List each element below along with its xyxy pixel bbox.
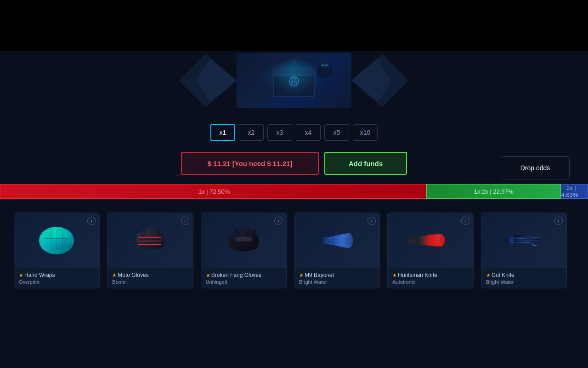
item-info-icon-0[interactable]: i <box>87 217 96 225</box>
item-card-4: i <box>387 213 473 288</box>
svg-rect-36 <box>252 230 256 239</box>
svg-rect-27 <box>147 228 151 238</box>
svg-point-38 <box>237 238 240 241</box>
item-name-area-5: ★Gut Knife Bright Water <box>481 268 566 288</box>
qty-btn-x3[interactable]: x3 <box>267 124 292 141</box>
prob-bar-green: 1x:2x | 22.97% <box>426 184 561 199</box>
action-row-wrapper: $ 11.21 [You need $ 11.21] Add funds Dro… <box>0 152 588 184</box>
svg-rect-35 <box>246 228 251 238</box>
svg-rect-19 <box>53 228 58 238</box>
item-visual-0 <box>35 224 79 257</box>
item-subname-2: Unhinged <box>206 279 282 285</box>
item-subname-1: Boom! <box>112 279 188 285</box>
item-card-5: i <box>481 213 567 288</box>
hero-glow <box>271 58 317 94</box>
svg-rect-11 <box>322 64 324 66</box>
svg-rect-55 <box>503 239 509 242</box>
item-name-2: ★Broken Fang Gloves <box>206 272 282 279</box>
item-star-0: ★ <box>19 272 23 278</box>
prob-bar-blue-label: + 2x | 4.63% <box>561 184 588 198</box>
item-name-1: ★Moto Gloves <box>112 272 188 279</box>
svg-rect-34 <box>240 227 245 238</box>
quantity-selector: x1 x2 x3 x4 x5 x10 <box>210 124 378 141</box>
hero-container <box>0 51 588 110</box>
item-star-3: ★ <box>299 272 304 278</box>
item-name-area-2: ★Broken Fang Gloves Unhinged <box>201 268 286 288</box>
item-subname-0: Overprint <box>19 279 95 285</box>
prob-bar-red: -1x | 72.50% <box>0 184 426 199</box>
item-star-1: ★ <box>112 272 117 278</box>
item-card-2: i <box>201 213 287 288</box>
item-info-icon-3[interactable]: i <box>368 217 376 225</box>
drop-odds-button[interactable]: Drop odds <box>501 156 570 179</box>
item-card-1: i <box>107 213 193 288</box>
top-black-bar <box>0 0 588 51</box>
item-name-0: ★Hand Wraps <box>19 272 95 279</box>
item-visual-1 <box>128 224 172 257</box>
prob-bar-red-label: -1x | 72.50% <box>197 188 230 195</box>
item-subname-4: Autotronic <box>392 279 468 285</box>
add-funds-button[interactable]: Add funds <box>324 152 407 175</box>
item-card-3: i <box>294 213 380 288</box>
qty-btn-x1[interactable]: x1 <box>210 124 235 141</box>
qty-btn-x2[interactable]: x2 <box>239 124 264 141</box>
probability-bar: -1x | 72.50% 1x:2x | 22.97% + 2x | 4.63% <box>0 184 588 199</box>
item-name-4: ★Huntsman Knife <box>392 272 468 279</box>
items-grid: i <box>0 213 588 288</box>
item-visual-4 <box>408 224 452 257</box>
item-info-icon-2[interactable]: i <box>274 217 283 225</box>
svg-rect-21 <box>64 230 68 238</box>
item-image-4: i <box>388 213 473 268</box>
svg-rect-13 <box>317 67 321 75</box>
item-image-3: i <box>294 213 379 268</box>
qty-btn-x4[interactable]: x4 <box>296 124 321 141</box>
item-subname-5: Bright Water <box>486 279 562 285</box>
item-info-icon-5[interactable]: i <box>554 217 563 225</box>
svg-rect-14 <box>329 67 333 75</box>
item-name-area-4: ★Huntsman Knife Autotronic <box>388 268 473 288</box>
item-visual-2 <box>222 224 266 257</box>
svg-point-40 <box>247 238 249 241</box>
item-image-2: i <box>201 213 286 268</box>
item-image-0: i <box>14 213 99 268</box>
item-star-5: ★ <box>486 272 491 278</box>
item-card-0: i <box>14 213 100 288</box>
svg-rect-28 <box>152 228 157 238</box>
action-row: $ 11.21 [You need $ 11.21] Add funds <box>87 152 501 175</box>
item-info-icon-1[interactable]: i <box>181 217 189 225</box>
main-content: x1 x2 x3 x4 x5 x10 $ 11.21 [You need $ 1… <box>0 51 588 288</box>
prob-bar-green-label: 1x:2x | 22.97% <box>474 188 513 195</box>
item-name-5: ★Gut Knife <box>486 272 562 279</box>
svg-rect-18 <box>48 229 52 238</box>
svg-rect-45 <box>316 238 322 243</box>
svg-rect-46 <box>408 238 416 243</box>
prob-bar-blue: + 2x | 4.63% <box>561 184 588 199</box>
item-info-icon-4[interactable]: i <box>461 217 469 225</box>
item-image-5: i <box>481 213 566 268</box>
right-wing-icon <box>351 53 409 108</box>
item-subname-3: Bright Water <box>299 279 375 285</box>
item-visual-5 <box>502 224 546 257</box>
case-image <box>237 53 351 108</box>
item-name-area-3: ★M9 Bayonet Bright Water <box>294 268 379 288</box>
left-wing-icon <box>179 53 237 108</box>
svg-point-39 <box>242 238 245 241</box>
hero-wings <box>179 51 409 110</box>
item-image-1: i <box>107 213 192 268</box>
item-star-2: ★ <box>206 272 210 278</box>
item-star-4: ★ <box>392 272 397 278</box>
item-name-3: ★M9 Bayonet <box>299 272 375 279</box>
svg-rect-12 <box>325 64 328 66</box>
item-name-area-1: ★Moto Gloves Boom! <box>107 268 192 288</box>
qty-btn-x10[interactable]: x10 <box>353 124 378 141</box>
qty-btn-x5[interactable]: x5 <box>324 124 349 141</box>
item-visual-3 <box>315 224 359 257</box>
item-name-area-0: ★Hand Wraps Overprint <box>14 268 99 288</box>
price-button[interactable]: $ 11.21 [You need $ 11.21] <box>181 152 319 175</box>
